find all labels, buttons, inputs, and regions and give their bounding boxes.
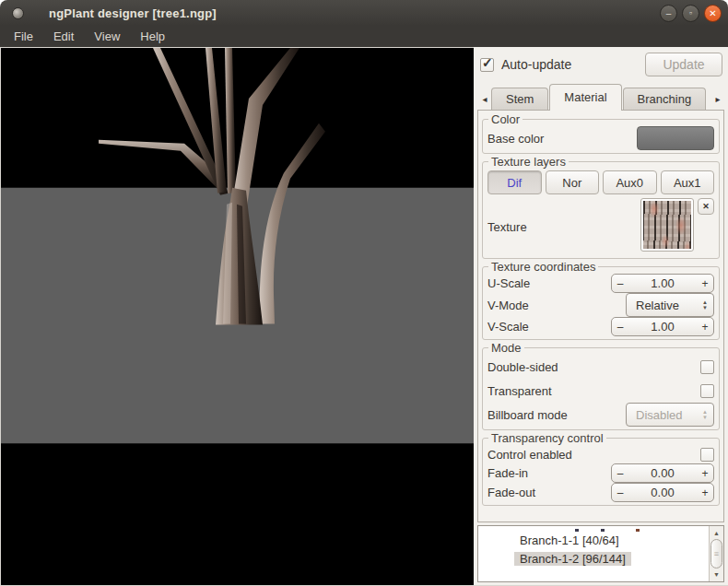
mode-group: Mode Double-sided Transparent Billboard … — [482, 341, 720, 430]
list-item-branch-1-2[interactable]: Branch-1-2 [96/144] — [478, 550, 709, 568]
app-icon[interactable] — [12, 7, 24, 19]
v-mode-row: V-Mode Relative ▲ ▼ — [487, 293, 714, 317]
color-group-legend: Color — [488, 112, 523, 126]
update-button[interactable]: Update — [645, 53, 722, 76]
menu-help[interactable]: Help — [130, 28, 175, 45]
tab-stem[interactable]: Stem — [491, 88, 548, 110]
menu-file[interactable]: File — [4, 28, 43, 45]
control-enabled-row: Control enabled — [487, 445, 714, 463]
spinner-arrows-icon[interactable]: ▲ ▼ — [702, 299, 708, 311]
base-color-swatch[interactable] — [637, 126, 714, 150]
mode-group-legend: Mode — [488, 341, 524, 355]
grip-icon: ≡ — [714, 550, 719, 557]
layer-dif-button[interactable]: Dif — [487, 170, 542, 194]
transparent-checkbox[interactable] — [700, 384, 714, 398]
v-mode-label: V-Mode — [487, 299, 529, 312]
transparent-label: Transparent — [487, 384, 552, 398]
tab-scroll-left-icon[interactable]: ◂ — [478, 88, 491, 110]
texture-layers-legend: Texture layers — [488, 155, 569, 169]
list-item-branch-1-1[interactable]: Branch-1-1 [40/64] — [478, 532, 709, 550]
minimize-button[interactable]: – — [660, 5, 677, 22]
tab-material[interactable]: Material — [549, 84, 621, 111]
fade-out-spinner[interactable]: – 0.00 + — [611, 483, 714, 502]
menu-view[interactable]: View — [84, 28, 130, 45]
main-area: ✓ Auto-update Update ◂ Stem Material Bra… — [0, 47, 728, 586]
titlebar: ngPlant designer [tree1.ngp] – ▫ ✕ — [0, 0, 728, 26]
base-color-label: Base color — [487, 132, 544, 146]
scroll-up-icon[interactable]: ▲ — [710, 527, 722, 539]
window-title: ngPlant designer [tree1.ngp] — [49, 6, 217, 20]
double-sided-label: Double-sided — [487, 360, 558, 374]
minus-icon[interactable]: – — [612, 321, 628, 334]
color-group: Color Base color — [482, 112, 720, 154]
auto-update-checkbox[interactable]: ✓ — [480, 58, 494, 72]
tree-model — [1, 48, 474, 585]
fade-in-label: Fade-in — [487, 466, 528, 480]
fade-out-row: Fade-out – 0.00 + — [487, 483, 714, 502]
scroll-down-icon[interactable]: ▼ — [710, 568, 722, 580]
auto-update-label: Auto-update — [501, 57, 571, 72]
texture-layers-group: Texture layers Dif Nor Aux0 Aux1 Texture… — [482, 155, 720, 259]
fade-in-spinner[interactable]: – 0.00 + — [611, 463, 714, 483]
plus-icon[interactable]: + — [697, 321, 713, 334]
fade-out-value[interactable]: 0.00 — [628, 486, 697, 499]
control-enabled-checkbox[interactable] — [700, 448, 714, 462]
check-icon: ✓ — [482, 55, 493, 70]
billboard-label: Billboard mode — [487, 408, 568, 422]
menubar: File Edit View Help — [0, 26, 728, 47]
transparency-control-group: Transparency control Control enabled Fad… — [482, 431, 720, 506]
close-button[interactable]: ✕ — [704, 5, 722, 22]
app-window: ngPlant designer [tree1.ngp] – ▫ ✕ File … — [0, 0, 728, 586]
base-color-row: Base color — [487, 126, 714, 150]
branch-list-scrollbar[interactable]: ▲ ≡ ▼ — [709, 526, 723, 581]
plus-icon[interactable]: + — [697, 277, 713, 290]
billboard-row: Billboard mode Disabled ▲ ▼ — [487, 403, 714, 427]
viewport-3d[interactable] — [0, 47, 474, 585]
v-scale-spinner[interactable]: – 1.00 + — [611, 317, 714, 336]
bark-texture-image — [643, 201, 691, 249]
layer-aux0-button[interactable]: Aux0 — [603, 170, 657, 194]
menu-edit[interactable]: Edit — [43, 28, 84, 45]
minus-icon[interactable]: – — [612, 467, 628, 480]
maximize-button[interactable]: ▫ — [682, 5, 699, 22]
list-item-partial[interactable] — [478, 526, 709, 532]
u-scale-value[interactable]: 1.00 — [628, 276, 697, 290]
spinner-arrows-icon: ▲ ▼ — [702, 409, 708, 420]
v-mode-dropdown[interactable]: Relative ▲ ▼ — [626, 293, 714, 317]
v-mode-value: Relative — [636, 299, 679, 312]
fade-in-value[interactable]: 0.00 — [628, 466, 697, 480]
window-controls: – ▫ ✕ — [660, 5, 722, 22]
side-panel: ✓ Auto-update Update ◂ Stem Material Bra… — [474, 47, 728, 585]
control-enabled-label: Control enabled — [487, 448, 572, 462]
update-row: ✓ Auto-update Update — [477, 52, 725, 82]
texture-coordinates-group: Texture coordinates U-Scale – 1.00 + V-M… — [482, 260, 720, 340]
fade-out-label: Fade-out — [487, 486, 535, 499]
v-scale-value[interactable]: 1.00 — [628, 320, 697, 334]
fade-in-row: Fade-in – 0.00 + — [487, 463, 714, 483]
double-sided-checkbox[interactable] — [700, 360, 714, 374]
tab-scroll-right-icon[interactable]: ▸ — [711, 88, 724, 110]
layer-nor-button[interactable]: Nor — [546, 170, 600, 194]
plus-icon[interactable]: + — [697, 467, 713, 480]
texture-layer-buttons: Dif Nor Aux0 Aux1 — [487, 170, 714, 194]
billboard-dropdown[interactable]: Disabled ▲ ▼ — [626, 403, 714, 427]
branch-list-items: Branch-1-1 [40/64] Branch-1-2 [96/144] — [478, 526, 709, 581]
transparency-control-legend: Transparency control — [488, 431, 606, 445]
texture-remove-button[interactable]: ✕ — [698, 198, 714, 215]
tab-bar: ◂ Stem Material Branching ▸ — [477, 82, 725, 110]
u-scale-spinner[interactable]: – 1.00 + — [611, 274, 714, 293]
texture-thumbnail-button[interactable] — [640, 198, 694, 252]
scrollbar-thumb[interactable]: ≡ — [710, 539, 722, 568]
double-sided-row: Double-sided — [487, 355, 714, 379]
minus-icon[interactable]: – — [612, 277, 628, 290]
tab-branching[interactable]: Branching — [623, 88, 707, 110]
texture-row: Texture ✕ — [487, 198, 714, 255]
layer-aux1-button[interactable]: Aux1 — [661, 170, 715, 194]
v-scale-row: V-Scale – 1.00 + — [487, 317, 714, 336]
u-scale-label: U-Scale — [487, 276, 530, 290]
u-scale-row: U-Scale – 1.00 + — [487, 274, 714, 293]
plus-icon[interactable]: + — [697, 486, 713, 499]
minus-icon[interactable]: – — [612, 486, 628, 499]
texture-label: Texture — [487, 220, 527, 234]
v-scale-label: V-Scale — [487, 320, 529, 334]
